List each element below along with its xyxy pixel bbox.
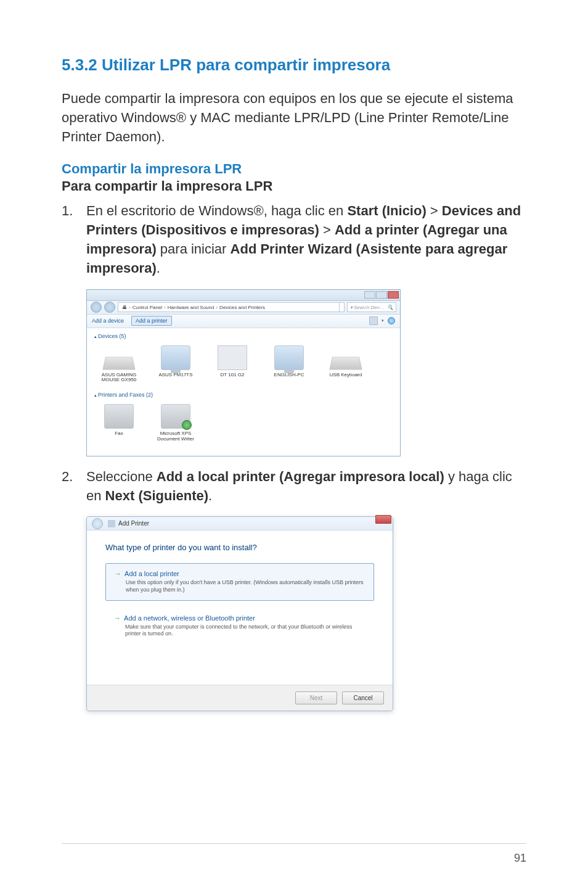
help-icon[interactable]	[388, 317, 395, 324]
xps-icon	[161, 404, 190, 429]
printer-icon	[108, 520, 115, 527]
titlebar	[87, 290, 400, 301]
device-label: ASUS GAMING MOUSE GX950	[97, 373, 141, 384]
option-desc: Make sure that your computer is connecte…	[114, 624, 365, 638]
bold-instruction: Para compartir la impresora LPR	[62, 178, 526, 194]
option-local-printer[interactable]: Add a local printer Use this option only…	[105, 563, 374, 600]
back-button[interactable]	[92, 518, 103, 529]
keyboard-icon	[329, 357, 362, 369]
add-device-link[interactable]: Add a device	[92, 318, 124, 324]
sub-heading: Compartir la impresora LPR	[62, 161, 526, 177]
cancel-button[interactable]: Cancel	[342, 691, 384, 704]
wizard-heading: What type of printer do you want to inst…	[105, 543, 374, 552]
device-item[interactable]: Microsoft XPS Document Writer	[153, 404, 198, 442]
explorer-window: 🖶 › Control Panel › Hardware and Sound ›…	[86, 289, 401, 456]
device-label: USB Keyboard	[324, 373, 368, 378]
page-number: 91	[514, 852, 526, 865]
toolbar: Add a device Add a printer ▾	[87, 315, 400, 328]
device-item[interactable]: Fax	[97, 404, 141, 442]
step-2: 2. Seleccione Add a local printer (Agreg…	[62, 468, 526, 506]
section-number: 5.3.2	[62, 56, 97, 74]
device-label: Fax	[97, 431, 141, 437]
search-input[interactable]: ▾ Search Dev… 🔍	[347, 302, 396, 312]
text: >	[319, 222, 335, 237]
step-text: Seleccione Add a local printer (Agregar …	[86, 469, 512, 503]
crumb[interactable]: Hardware and Sound	[168, 305, 214, 310]
printers-row: Fax Microsoft XPS Document Writer	[94, 400, 393, 448]
text: .	[208, 488, 212, 503]
step-1: 1. En el escritorio de Windows®, haga cl…	[62, 202, 526, 278]
screenshot-2: Add Printer What type of printer do you …	[86, 516, 526, 711]
printers-group-header[interactable]: Printers and Faxes (2)	[94, 389, 393, 400]
address-bar: 🖶 › Control Panel › Hardware and Sound ›…	[87, 301, 400, 315]
close-button[interactable]	[375, 515, 391, 524]
text: Seleccione	[86, 469, 157, 484]
device-label: Microsoft XPS Document Writer	[153, 431, 198, 442]
placeholder: Search Dev…	[354, 305, 385, 310]
text: .	[157, 260, 160, 276]
section-title: Utilizar LPR para compartir impresora	[102, 56, 390, 74]
text: >	[427, 203, 442, 218]
bold-text: Add a local printer (Agregar impresora l…	[157, 469, 444, 484]
device-item[interactable]: ENGLISH-PC	[267, 345, 311, 384]
device-item[interactable]: ASUS PM17TS	[153, 345, 198, 384]
sep: ›	[164, 305, 166, 310]
screenshot-1: 🖶 › Control Panel › Hardware and Sound ›…	[86, 289, 526, 456]
bold-text: Next (Siguiente)	[105, 488, 208, 503]
sep: ›	[216, 305, 218, 310]
section-heading: 5.3.2 Utilizar LPR para compartir impres…	[62, 56, 526, 75]
option-title: Add a network, wireless or Bluetooth pri…	[114, 614, 365, 622]
search-icon: 🔍	[387, 305, 393, 310]
wizard-body: What type of printer do you want to inst…	[87, 530, 393, 685]
bold-text: Start (Inicio)	[347, 203, 426, 218]
forward-button[interactable]	[104, 302, 115, 313]
device-label: ASUS PM17TS	[153, 373, 198, 378]
close-button[interactable]	[388, 291, 399, 299]
device-label: DT 101 G2	[210, 373, 255, 378]
text: para iniciar	[157, 241, 231, 257]
view-icon[interactable]	[369, 316, 378, 325]
minimize-button[interactable]	[364, 291, 375, 299]
mouse-icon	[102, 357, 135, 369]
fax-icon	[104, 404, 134, 429]
device-item[interactable]: DT 101 G2	[210, 345, 255, 384]
text: En el escritorio de Windows®, haga clic …	[86, 203, 347, 218]
maximize-button[interactable]	[376, 291, 387, 299]
option-title: Add a local printer	[115, 570, 365, 577]
next-button[interactable]: Next	[295, 691, 337, 704]
add-printer-wizard: Add Printer What type of printer do you …	[86, 516, 393, 711]
back-button[interactable]	[91, 302, 102, 313]
step-number: 2.	[62, 468, 73, 487]
window-buttons	[364, 291, 399, 299]
breadcrumb[interactable]: 🖶 › Control Panel › Hardware and Sound ›…	[118, 302, 345, 312]
explorer-body: Devices (5) ASUS GAMING MOUSE GX950 ASUS…	[87, 328, 400, 456]
window-title: Add Printer	[118, 520, 149, 527]
dropdown-icon[interactable]: ▾	[382, 318, 384, 323]
crumb[interactable]: Control Panel	[133, 305, 162, 310]
monitor-icon	[161, 345, 190, 370]
intro-paragraph: Puede compartir la impresora con equipos…	[62, 89, 526, 146]
add-printer-link[interactable]: Add a printer	[131, 316, 172, 326]
drive-icon	[218, 345, 247, 370]
step-text: En el escritorio de Windows®, haga clic …	[86, 203, 521, 275]
wizard-button-row: Next Cancel	[87, 685, 393, 711]
folder-icon: 🖶	[122, 305, 127, 310]
step-number: 1.	[62, 202, 73, 221]
device-label: ENGLISH-PC	[267, 373, 311, 378]
device-item[interactable]: ASUS GAMING MOUSE GX950	[97, 345, 141, 384]
crumb[interactable]: Devices and Printers	[219, 305, 265, 310]
option-desc: Use this option only if you don't have a…	[115, 579, 365, 593]
pc-icon	[274, 345, 304, 370]
devices-group-header[interactable]: Devices (5)	[94, 331, 393, 342]
devices-row: ASUS GAMING MOUSE GX950 ASUS PM17TS DT 1…	[94, 342, 393, 390]
sep: ›	[129, 305, 131, 310]
option-network-printer[interactable]: Add a network, wireless or Bluetooth pri…	[105, 608, 374, 644]
device-item[interactable]: USB Keyboard	[324, 345, 368, 384]
wizard-titlebar: Add Printer	[87, 517, 393, 530]
toolbar-right: ▾	[369, 316, 395, 325]
